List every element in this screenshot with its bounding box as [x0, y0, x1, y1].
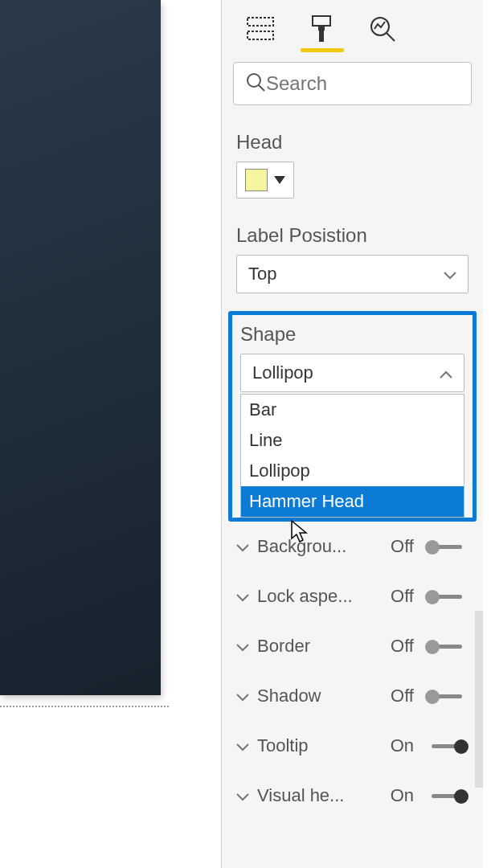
- svg-rect-2: [313, 16, 330, 26]
- svg-point-7: [248, 74, 260, 87]
- toggle-list: Backgrou... Off Lock aspe... Off Border …: [222, 522, 483, 821]
- toggle-label: Shadow: [257, 686, 375, 706]
- search-box[interactable]: [233, 62, 472, 105]
- label-position-value: Top: [248, 264, 276, 285]
- toggle-label: Tooltip: [257, 735, 375, 756]
- label-position-dropdown[interactable]: Top: [236, 255, 468, 293]
- chevron-down-icon: [236, 735, 251, 756]
- panel-scrollbar[interactable]: [475, 611, 483, 788]
- svg-marker-9: [274, 176, 285, 184]
- toggle-switch[interactable]: [425, 640, 468, 653]
- analytics-tab-icon[interactable]: [368, 14, 397, 43]
- shape-dropdown[interactable]: Lollipop: [240, 354, 464, 392]
- toggle-label: Visual he...: [257, 785, 375, 806]
- svg-line-8: [259, 85, 264, 91]
- chevron-up-icon: [440, 362, 452, 383]
- toggle-row-lock-aspect[interactable]: Lock aspe... Off: [222, 571, 483, 621]
- toggle-label: Lock aspe...: [257, 586, 375, 607]
- toggle-label: Border: [257, 636, 375, 657]
- chevron-down-icon: [236, 785, 251, 806]
- toggle-switch[interactable]: [425, 690, 468, 702]
- panel-tab-row: [222, 0, 483, 43]
- search-icon: [245, 72, 266, 96]
- chevron-down-icon: [444, 264, 456, 285]
- svg-rect-1: [248, 31, 273, 39]
- chevron-down-icon: [236, 536, 251, 557]
- chevron-down-icon: [236, 586, 251, 607]
- head-color-swatch: [245, 169, 268, 191]
- search-input[interactable]: [266, 72, 460, 95]
- toggle-row-shadow[interactable]: Shadow Off: [222, 671, 483, 721]
- shape-label: Shape: [240, 323, 464, 346]
- head-label: Head: [236, 131, 468, 154]
- toggle-state-text: On: [382, 735, 414, 756]
- toggle-state-text: Off: [382, 586, 414, 607]
- toggle-switch[interactable]: [425, 590, 468, 603]
- toggle-switch[interactable]: [425, 789, 468, 802]
- shape-dropdown-list: Bar Line Lollipop Hammer Head: [240, 394, 464, 518]
- visual-tile[interactable]: [0, 0, 161, 695]
- shape-property-highlight: Shape Lollipop Bar Line Lollipop Hammer …: [228, 311, 477, 522]
- chevron-down-icon: [236, 636, 251, 657]
- visualizations-panel: Head Label Posistion Top Shape Lollipop …: [221, 0, 483, 868]
- toggle-row-visual-header[interactable]: Visual he... On: [222, 771, 483, 821]
- shape-dropdown-value: Lollipop: [252, 362, 313, 383]
- toggle-state-text: On: [382, 785, 414, 806]
- svg-rect-0: [248, 18, 273, 26]
- fields-tab-icon[interactable]: [246, 14, 275, 43]
- toggle-state-text: Off: [382, 536, 414, 557]
- toggle-label: Backgrou...: [257, 536, 375, 557]
- svg-line-6: [387, 33, 395, 41]
- shape-option-bar[interactable]: Bar: [241, 395, 464, 425]
- format-tab-icon[interactable]: [307, 14, 336, 43]
- toggle-switch[interactable]: [425, 739, 468, 752]
- toggle-row-tooltip[interactable]: Tooltip On: [222, 721, 483, 771]
- shape-option-line[interactable]: Line: [241, 425, 464, 456]
- chevron-down-icon: [274, 173, 285, 187]
- head-color-picker[interactable]: [236, 162, 294, 199]
- shape-option-hammer-head[interactable]: Hammer Head: [241, 486, 464, 517]
- format-tab-underline: [301, 48, 344, 52]
- svg-rect-3: [318, 26, 325, 31]
- toggle-state-text: Off: [382, 686, 414, 706]
- report-canvas[interactable]: [0, 0, 169, 707]
- label-position-label: Label Posistion: [236, 224, 468, 247]
- toggle-row-border[interactable]: Border Off: [222, 621, 483, 671]
- toggle-switch[interactable]: [425, 540, 468, 553]
- shape-option-lollipop[interactable]: Lollipop: [241, 456, 464, 486]
- toggle-row-background[interactable]: Backgrou... Off: [222, 522, 483, 571]
- toggle-state-text: Off: [382, 636, 414, 657]
- chevron-down-icon: [236, 686, 251, 706]
- svg-rect-4: [319, 31, 324, 42]
